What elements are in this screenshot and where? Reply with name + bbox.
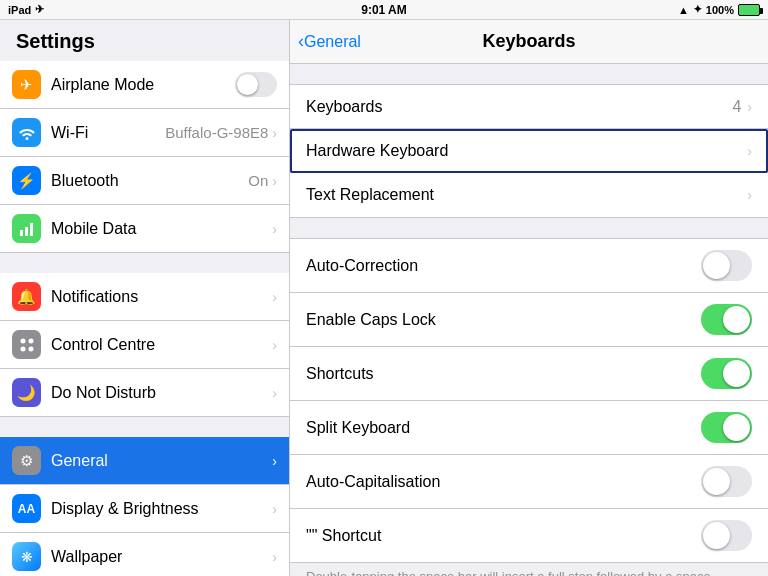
display-icon: AA: [12, 494, 41, 523]
svg-point-6: [28, 346, 33, 351]
chevron-icon: ›: [272, 173, 277, 189]
caps-lock-toggle[interactable]: [701, 304, 752, 335]
autocapitalisation-label: Auto-Capitalisation: [306, 473, 701, 491]
status-time: 9:01 AM: [361, 3, 407, 17]
sidebar-item-label: Control Centre: [51, 336, 272, 354]
bluetooth-icon: ✦: [693, 3, 702, 16]
sidebar-item-wallpaper[interactable]: ❋ Wallpaper ›: [0, 533, 289, 576]
sidebar-item-general[interactable]: ⚙ General ›: [0, 437, 289, 485]
quote-shortcut-row[interactable]: "" Shortcut: [290, 509, 768, 562]
bluetooth-icon: ⚡: [12, 166, 41, 195]
sidebar-item-bluetooth[interactable]: ⚡ Bluetooth On ›: [0, 157, 289, 205]
quote-shortcut-label: "" Shortcut: [306, 527, 701, 545]
right-panel: ‹ General Keyboards Keyboards 4 › Hardwa…: [290, 20, 768, 576]
section-gap: [290, 64, 768, 84]
ipad-label: iPad: [8, 4, 31, 16]
autocapitalisation-toggle[interactable]: [701, 466, 752, 497]
sidebar-item-label: Wallpaper: [51, 548, 272, 566]
split-keyboard-label: Split Keyboard: [306, 419, 701, 437]
sidebar-item-label: Mobile Data: [51, 220, 272, 238]
sidebar-title: Settings: [0, 20, 289, 61]
wifi-icon: [12, 118, 41, 147]
sidebar-item-donotdisturb[interactable]: 🌙 Do Not Disturb ›: [0, 369, 289, 417]
wifi-icon: ✈: [35, 3, 44, 16]
sidebar-gap2: [0, 417, 289, 437]
status-left: iPad ✈: [8, 3, 44, 16]
sidebar-item-controlcentre[interactable]: Control Centre ›: [0, 321, 289, 369]
back-label: General: [304, 33, 361, 51]
svg-point-4: [28, 338, 33, 343]
location-icon: ▲: [678, 4, 689, 16]
chevron-icon: ›: [272, 125, 277, 141]
chevron-icon: ›: [747, 99, 752, 115]
wifi-value: Buffalo-G-98E8: [165, 124, 268, 141]
shortcuts-row[interactable]: Shortcuts: [290, 347, 768, 401]
right-header: ‹ General Keyboards: [290, 20, 768, 64]
svg-rect-0: [20, 230, 23, 236]
section2-footer: Double-tapping the space bar will insert…: [290, 563, 768, 576]
autocapitalisation-row[interactable]: Auto-Capitalisation: [290, 455, 768, 509]
sidebar-item-display[interactable]: AA Display & Brightness ›: [0, 485, 289, 533]
notifications-icon: 🔔: [12, 282, 41, 311]
autocorrection-toggle[interactable]: [701, 250, 752, 281]
split-keyboard-toggle[interactable]: [701, 412, 752, 443]
airplane-icon: ✈: [12, 70, 41, 99]
sidebar-item-notifications[interactable]: 🔔 Notifications ›: [0, 273, 289, 321]
text-replacement-label: Text Replacement: [306, 186, 747, 204]
battery-label: 100%: [706, 4, 734, 16]
sidebar: Settings ✈ Airplane Mode Wi-Fi Buffalo-G…: [0, 20, 290, 576]
quote-shortcut-toggle[interactable]: [701, 520, 752, 551]
status-bar: iPad ✈ 9:01 AM ▲ ✦ 100%: [0, 0, 768, 20]
sidebar-gap: [0, 253, 289, 273]
section-gap2: [290, 218, 768, 238]
sidebar-item-label: Bluetooth: [51, 172, 248, 190]
chevron-icon: ›: [747, 143, 752, 159]
autocorrection-label: Auto-Correction: [306, 257, 701, 275]
caps-lock-label: Enable Caps Lock: [306, 311, 701, 329]
airplane-toggle[interactable]: [235, 72, 277, 97]
shortcuts-toggle[interactable]: [701, 358, 752, 389]
keyboards-row[interactable]: Keyboards 4 ›: [290, 85, 768, 129]
autocorrection-row[interactable]: Auto-Correction: [290, 239, 768, 293]
chevron-icon: ›: [272, 385, 277, 401]
svg-rect-1: [25, 227, 28, 236]
status-right: ▲ ✦ 100%: [678, 3, 760, 16]
svg-point-3: [20, 338, 25, 343]
svg-rect-2: [30, 223, 33, 236]
sidebar-item-label: Wi-Fi: [51, 124, 165, 142]
chevron-icon: ›: [272, 453, 277, 469]
sidebar-item-label: Do Not Disturb: [51, 384, 272, 402]
wallpaper-icon: ❋: [12, 542, 41, 571]
back-button[interactable]: ‹ General: [298, 31, 361, 52]
chevron-icon: ›: [272, 289, 277, 305]
chevron-icon: ›: [272, 549, 277, 565]
right-panel-title: Keyboards: [482, 31, 575, 52]
donotdisturb-icon: 🌙: [12, 378, 41, 407]
section-1: Keyboards 4 › Hardware Keyboard › Text R…: [290, 84, 768, 218]
main-layout: Settings ✈ Airplane Mode Wi-Fi Buffalo-G…: [0, 20, 768, 576]
sidebar-item-label: General: [51, 452, 272, 470]
sidebar-item-mobiledata[interactable]: Mobile Data ›: [0, 205, 289, 253]
chevron-icon: ›: [272, 337, 277, 353]
svg-point-5: [20, 346, 25, 351]
battery-icon: [738, 4, 760, 16]
chevron-icon: ›: [747, 187, 752, 203]
section-2: Auto-Correction Enable Caps Lock Shortcu…: [290, 238, 768, 563]
sidebar-item-label: Airplane Mode: [51, 76, 235, 94]
sidebar-item-airplane[interactable]: ✈ Airplane Mode: [0, 61, 289, 109]
keyboards-label: Keyboards: [306, 98, 732, 116]
text-replacement-row[interactable]: Text Replacement ›: [290, 173, 768, 217]
chevron-icon: ›: [272, 501, 277, 517]
sidebar-item-wifi[interactable]: Wi-Fi Buffalo-G-98E8 ›: [0, 109, 289, 157]
controlcentre-icon: [12, 330, 41, 359]
sidebar-item-label: Notifications: [51, 288, 272, 306]
chevron-icon: ›: [272, 221, 277, 237]
keyboards-value: 4: [732, 98, 741, 116]
split-keyboard-row[interactable]: Split Keyboard: [290, 401, 768, 455]
hardware-keyboard-row[interactable]: Hardware Keyboard ›: [290, 129, 768, 173]
bluetooth-value: On: [248, 172, 268, 189]
hardware-keyboard-label: Hardware Keyboard: [306, 142, 747, 160]
sidebar-item-label: Display & Brightness: [51, 500, 272, 518]
shortcuts-label: Shortcuts: [306, 365, 701, 383]
caps-lock-row[interactable]: Enable Caps Lock: [290, 293, 768, 347]
